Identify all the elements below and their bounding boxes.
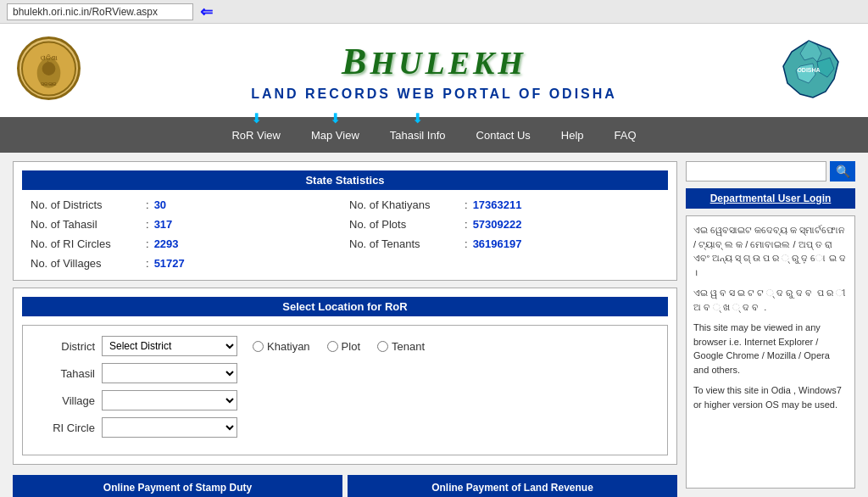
bottom-buttons: Online Payment of Stamp Duty Online Paym… <box>13 475 677 497</box>
svg-text:ODISHA: ODISHA <box>797 67 820 73</box>
arrow-map-icon: ⬇ <box>330 110 341 126</box>
ri-circle-select[interactable] <box>102 417 237 438</box>
tahasil-row: Tahasil <box>36 363 654 383</box>
stat-khatiyans-label: No. of Khatiyans <box>349 198 459 211</box>
nav-map-label: Map View <box>311 129 359 142</box>
ri-circle-label: RI Circle <box>36 422 95 434</box>
stat-tenants: No. of Tenants : 36196197 <box>349 236 659 252</box>
svg-text:ସରକାର: ସରକାର <box>41 81 57 86</box>
select-location-box: Select Location for RoR District Select … <box>13 288 677 465</box>
stat-villages-value: 51727 <box>154 257 185 270</box>
stat-plots: No. of Plots : 57309222 <box>349 216 659 232</box>
stat-tenants-label: No. of Tenants <box>349 237 459 250</box>
stat-districts: No. of Districts : 30 <box>31 197 341 213</box>
stat-ri-colon: : <box>146 237 149 250</box>
stat-khatiyans-value: 17363211 <box>473 198 522 211</box>
stat-districts-colon: : <box>146 198 149 211</box>
stat-empty <box>349 255 659 271</box>
main-content: State Statistics No. of Districts : 30 N… <box>0 153 868 497</box>
stat-tahasil: No. of Tahasil : 317 <box>31 216 341 232</box>
stat-tahasil-label: No. of Tahasil <box>31 218 141 231</box>
stat-districts-value: 30 <box>154 198 166 211</box>
stat-plots-colon: : <box>465 218 468 231</box>
header: ଓଡ଼ିଶା ସରକାର BHULEKH LAND RECORDS WEB PO… <box>0 24 868 117</box>
nav-faq-label: FAQ <box>615 129 637 142</box>
radio-tenant-input[interactable] <box>377 341 388 352</box>
stats-box: State Statistics No. of Districts : 30 N… <box>13 161 677 281</box>
stats-title: State Statistics <box>22 170 668 190</box>
stat-tenants-colon: : <box>465 237 468 250</box>
stat-tahasil-value: 317 <box>154 218 173 231</box>
info-english-text1: This site may be viewed in any browser i… <box>693 321 848 377</box>
select-inner: District Select District Khatiyan Plot <box>22 325 668 455</box>
stat-villages-colon: : <box>146 257 149 270</box>
stat-ri-value: 2293 <box>154 237 179 250</box>
stat-districts-label: No. of Districts <box>31 198 141 211</box>
stat-plots-label: No. of Plots <box>349 218 459 231</box>
stats-grid: No. of Districts : 30 No. of Khatiyans :… <box>22 197 668 271</box>
arrow-ror-icon: ⬇ <box>251 110 262 126</box>
village-label: Village <box>36 394 95 407</box>
stat-ri-circles: No. of RI Circles : 2293 <box>31 236 341 252</box>
district-label: District <box>36 340 95 353</box>
search-input[interactable] <box>686 161 826 181</box>
stamp-duty-button[interactable]: Online Payment of Stamp Duty <box>13 475 342 497</box>
nav-help-label: Help <box>561 129 584 142</box>
stat-plots-value: 57309222 <box>473 218 522 231</box>
district-select[interactable]: Select District <box>102 336 237 356</box>
nav-ror-view[interactable]: ⬇ RoR View <box>216 124 296 147</box>
nav-faq[interactable]: FAQ <box>599 124 652 147</box>
radio-khatiyan[interactable]: Khatiyan <box>253 340 310 353</box>
select-location-title: Select Location for RoR <box>22 297 668 316</box>
navbar: ⬇ RoR View ⬇ Map View ⬇ Tahasil Info Con… <box>0 117 868 153</box>
search-button[interactable]: 🔍 <box>830 161 855 181</box>
stat-khatiyans: No. of Khatiyans : 17363211 <box>349 197 659 213</box>
header-center: BHULEKH LAND RECORDS WEB PORTAL OF ODISH… <box>251 40 617 102</box>
site-subtitle: LAND RECORDS WEB PORTAL OF ODISHA <box>251 87 617 102</box>
stat-ri-label: No. of RI Circles <box>31 237 141 250</box>
stat-tahasil-colon: : <box>146 218 149 231</box>
search-icon: 🔍 <box>836 165 850 178</box>
ri-circle-row: RI Circle <box>36 417 654 438</box>
nav-map-view[interactable]: ⬇ Map View <box>296 124 375 147</box>
nav-tahasil-label: Tahasil Info <box>390 129 446 142</box>
back-arrow-icon: ⇐ <box>200 3 213 21</box>
stat-villages-label: No. of Villages <box>31 257 141 270</box>
tahasil-select[interactable] <box>102 363 237 383</box>
nav-contact[interactable]: Contact Us <box>461 124 546 147</box>
nav-help[interactable]: Help <box>546 124 599 147</box>
radio-khatiyan-input[interactable] <box>253 341 264 352</box>
info-box: ଏଇ ୱେବସାଇଟ କଦେବ୍ୟ କ ସ୍ମାର୍ଟଫୋନ / ଟ୍ୟାବ୍ … <box>686 215 855 489</box>
odisha-map: ODISHA <box>766 36 851 104</box>
nav-contact-label: Contact Us <box>476 129 531 142</box>
dept-login-button[interactable]: Departmental User Login <box>686 188 855 209</box>
radio-plot-input[interactable] <box>327 341 338 352</box>
stat-villages: No. of Villages : 51727 <box>31 255 341 271</box>
radio-tenant-label: Tenant <box>392 340 425 353</box>
info-english-text2: To view this site in Odia , Windows7 or … <box>693 383 848 411</box>
stat-khatiyans-colon: : <box>465 198 468 211</box>
village-row: Village <box>36 390 654 410</box>
info-odia-text1: ଏଇ ୱେବସାଇଟ କଦେବ୍ୟ କ ସ୍ମାର୍ଟଫୋନ / ଟ୍ୟାବ୍ … <box>693 223 848 279</box>
url-input[interactable] <box>7 3 193 20</box>
nav-ror-label: RoR View <box>231 129 281 142</box>
radio-plot[interactable]: Plot <box>327 340 360 353</box>
svg-point-3 <box>42 62 56 75</box>
info-odia-text2: ଏଇ ୱ ବ ସ ଇ ଟ ଟ ୍ ଦ ରୁ ଦ ବ ​ ପ ର ୀ ଅ ବ ୍ … <box>693 286 848 314</box>
village-select[interactable] <box>102 390 237 410</box>
search-row: 🔍 <box>686 161 855 181</box>
land-revenue-button[interactable]: Online Payment of Land Revenue <box>348 475 677 497</box>
right-panel: 🔍 Departmental User Login ଏଇ ୱେବସାଇଟ କଦେ… <box>686 161 855 489</box>
state-emblem: ଓଡ଼ିଶା ସରକାର <box>17 36 85 104</box>
district-row: District Select District Khatiyan Plot <box>36 336 654 356</box>
radio-tenant[interactable]: Tenant <box>377 340 425 353</box>
tahasil-label: Tahasil <box>36 367 95 380</box>
radio-plot-label: Plot <box>342 340 360 353</box>
site-title: BHULEKH <box>251 40 617 83</box>
stat-tenants-value: 36196197 <box>473 237 522 250</box>
nav-tahasil-info[interactable]: ⬇ Tahasil Info <box>375 124 461 147</box>
arrow-tahasil-icon: ⬇ <box>412 110 423 126</box>
left-panel: State Statistics No. of Districts : 30 N… <box>13 161 677 489</box>
radio-khatiyan-label: Khatiyan <box>267 340 310 353</box>
radio-group: Khatiyan Plot Tenant <box>253 340 425 353</box>
